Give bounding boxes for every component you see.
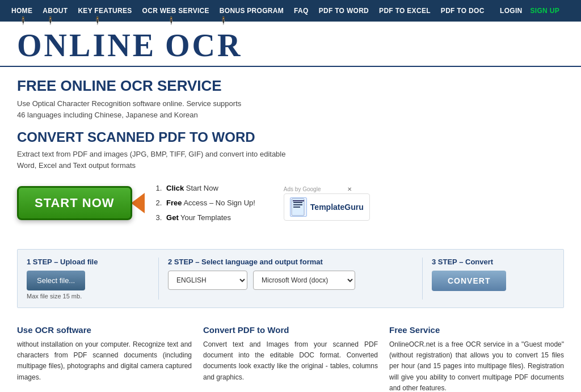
ad-content[interactable]: TemplateGuru bbox=[284, 193, 370, 221]
info-pdf-heading: Convert PDF to Word bbox=[203, 325, 378, 335]
arrow-icon bbox=[131, 193, 145, 213]
template-doc-icon bbox=[290, 198, 308, 217]
page-heading: FREE ONLINE OCR SERVICE bbox=[17, 77, 414, 95]
format-select[interactable]: Microsoft Word (docx) Microsoft Excel (x… bbox=[253, 271, 355, 290]
svg-rect-2 bbox=[293, 204, 302, 205]
info-pdf-body: Convert text and Images from your scanne… bbox=[203, 339, 378, 383]
nav-faq[interactable]: FAQ bbox=[294, 7, 309, 15]
main-nav: HOME ABOUT KEY FEATURES OCR WEB SERVICE … bbox=[0, 0, 581, 22]
convert-subtitle: Extract text from PDF and images (JPG, B… bbox=[17, 149, 414, 171]
nav-signup[interactable]: SIGN UP bbox=[531, 7, 559, 15]
step2-bold: Free bbox=[166, 199, 182, 207]
info-free-body: OnlineOCR.net is a free OCR service in a… bbox=[389, 339, 564, 392]
nav-pdf-to-doc[interactable]: PDF TO DOC bbox=[441, 7, 485, 15]
select-file-button[interactable]: Select file... bbox=[27, 271, 85, 290]
step-divider-1 bbox=[158, 258, 159, 300]
logo-char-L: L bbox=[69, 29, 91, 61]
convert-button[interactable]: CONVERT bbox=[432, 271, 506, 291]
info-section: Use OCR software without installation on… bbox=[0, 319, 581, 392]
nav-bonus-program[interactable]: BONUS PROGRAM bbox=[220, 7, 284, 15]
nav-key-features[interactable]: KEY FEATURES bbox=[78, 7, 132, 15]
info-free-heading: Free Service bbox=[389, 325, 564, 335]
ad-label: Ads by Google ✕ bbox=[284, 186, 352, 192]
nav-pdf-to-word[interactable]: PDF TO WORD bbox=[319, 7, 369, 15]
info-ocr-software: Use OCR software without installation on… bbox=[17, 325, 192, 392]
info-pdf-to-word: Convert PDF to Word Convert text and Ima… bbox=[203, 325, 378, 392]
step1-bold: Click bbox=[166, 184, 184, 192]
nav-home[interactable]: HOME bbox=[11, 7, 32, 15]
site-logo: 🕴O 🕴NL 🕴INE 🕴OC 🕴R bbox=[17, 29, 241, 61]
logo-char-O: 🕴O bbox=[17, 29, 43, 61]
workflow-row: 1 STEP – Upload file Select file... Max … bbox=[17, 249, 564, 308]
svg-rect-3 bbox=[293, 206, 300, 208]
step3-bold: Get bbox=[166, 213, 179, 222]
logo-char-C: C bbox=[192, 29, 216, 61]
step3-title: 3 STEP – Convert bbox=[432, 258, 554, 266]
logo-char-R: 🕴R bbox=[217, 29, 241, 61]
logo-char-O2: 🕴O bbox=[165, 29, 191, 61]
logo-char-E: E bbox=[133, 29, 155, 61]
step-callout-3: 3. Get Your Templates bbox=[156, 210, 255, 225]
step-callout-2: 2. Free Access – No Sign Up! bbox=[156, 196, 255, 210]
step3-col: 3 STEP – Convert CONVERT bbox=[432, 258, 554, 291]
start-now-button[interactable]: START NOW bbox=[17, 186, 132, 220]
step1-col: 1 STEP – Upload file Select file... Max … bbox=[27, 258, 149, 300]
template-icon bbox=[290, 197, 307, 217]
language-select[interactable]: ENGLISH FRENCH GERMAN SPANISH ITALIAN CH… bbox=[168, 271, 247, 290]
nav-ocr-web-service[interactable]: OCR WEB SERVICE bbox=[142, 7, 209, 15]
svg-rect-1 bbox=[293, 202, 302, 203]
logo-char-N: 🕴N bbox=[44, 29, 68, 61]
hero-subtitle: Use Optical Character Recognition softwa… bbox=[17, 98, 414, 120]
step2-col: 2 STEP – Select language and output form… bbox=[168, 258, 413, 293]
nav-login[interactable]: LOGIN bbox=[500, 7, 523, 15]
logo-char-N2: N bbox=[107, 29, 131, 61]
convert-heading: CONVERT SCANNED PDF TO WORD bbox=[17, 129, 414, 145]
step1-title: 1 STEP – Upload file bbox=[27, 258, 149, 266]
info-ocr-body: without installation on your computer. R… bbox=[17, 339, 192, 383]
max-file-label: Max file size 15 mb. bbox=[27, 293, 149, 300]
info-free-service: Free Service OnlineOCR.net is a free OCR… bbox=[389, 325, 564, 392]
step-divider-2 bbox=[422, 258, 423, 300]
logo-area: 🕴O 🕴NL 🕴INE 🕴OC 🕴R bbox=[0, 22, 581, 67]
advertisement: Ads by Google ✕ TemplateGuru bbox=[284, 186, 370, 221]
steps-callout: 1. Click Start Now 2. Free Access – No S… bbox=[156, 181, 255, 225]
step-callout-1: 1. Click Start Now bbox=[156, 181, 255, 196]
info-ocr-heading: Use OCR software bbox=[17, 325, 192, 335]
ad-brand-name: TemplateGuru bbox=[310, 203, 364, 212]
nav-about[interactable]: ABOUT bbox=[43, 7, 68, 15]
step2-title: 2 STEP – Select language and output form… bbox=[168, 258, 413, 266]
logo-char-I: 🕴I bbox=[92, 29, 106, 61]
nav-pdf-to-excel[interactable]: PDF TO EXCEL bbox=[379, 7, 431, 15]
